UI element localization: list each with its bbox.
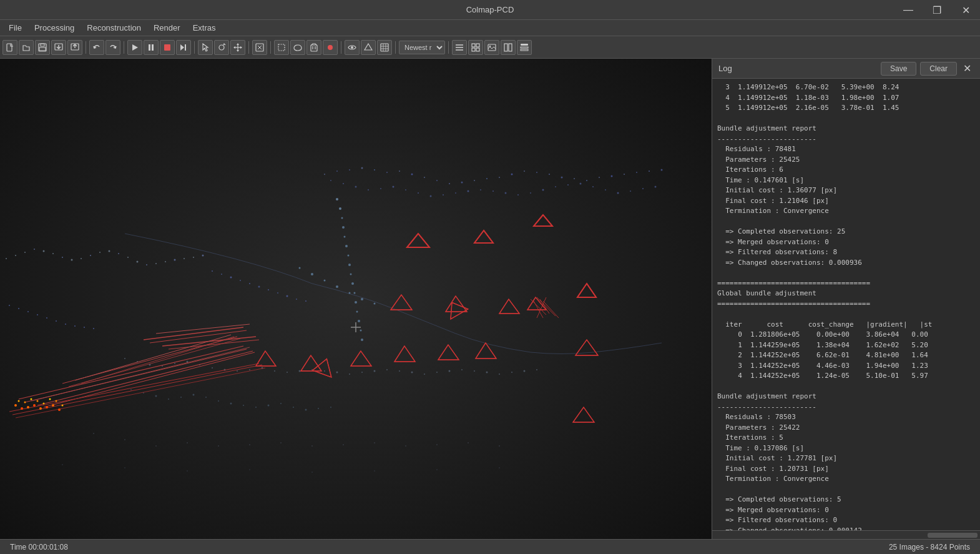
delete-button[interactable]	[306, 40, 321, 55]
scene-svg	[0, 59, 712, 539]
svg-point-199	[341, 217, 343, 219]
svg-point-44	[489, 45, 491, 46]
svg-point-219	[65, 324, 66, 325]
svg-rect-40	[476, 44, 479, 47]
menu-extras[interactable]: Extras	[187, 22, 222, 34]
pan-button[interactable]	[230, 40, 245, 55]
wireframe-button[interactable]	[361, 40, 376, 55]
svg-point-355	[311, 472, 313, 473]
status-bar: Time 00:00:01:08 25 Images - 8424 Points	[0, 539, 980, 554]
svg-point-118	[118, 253, 119, 254]
svg-point-84	[393, 186, 394, 188]
log-clear-button[interactable]: Clear	[920, 62, 957, 76]
open-button[interactable]	[19, 40, 34, 55]
svg-point-165	[449, 370, 451, 372]
svg-point-198	[339, 207, 341, 210]
play-button[interactable]	[127, 40, 142, 55]
svg-point-254	[58, 408, 61, 411]
log-title: Log	[718, 64, 732, 73]
svg-point-69	[549, 174, 550, 175]
menu-reconstruction[interactable]: Reconstruction	[81, 22, 147, 34]
rect-select-button[interactable]	[274, 40, 289, 55]
log-save-button[interactable]: Save	[881, 62, 916, 76]
svg-point-61	[449, 183, 450, 184]
svg-point-357	[436, 469, 438, 470]
list-view-button[interactable]	[452, 40, 467, 55]
menu-file[interactable]: File	[2, 22, 28, 34]
svg-point-349	[468, 442, 469, 443]
svg-point-103	[630, 190, 631, 192]
app-title: Colmap-PCD	[466, 5, 514, 14]
export-button[interactable]	[67, 40, 82, 55]
svg-point-122	[155, 263, 157, 264]
sep-6	[341, 41, 341, 54]
svg-point-176	[168, 398, 169, 400]
view-mode-dropdown[interactable]: Newest r	[399, 41, 445, 54]
svg-point-186	[293, 407, 294, 408]
sep-1	[86, 41, 86, 54]
log-scrollbar[interactable]	[712, 530, 980, 539]
svg-rect-31	[381, 44, 388, 51]
menu-processing[interactable]: Processing	[28, 22, 81, 34]
svg-point-81	[355, 186, 357, 188]
redo-button[interactable]	[105, 40, 120, 55]
image-view-button[interactable]	[484, 40, 499, 55]
svg-marker-18	[237, 50, 239, 52]
svg-point-77	[649, 171, 650, 172]
svg-point-73	[599, 177, 600, 178]
svg-marker-20	[240, 46, 242, 49]
svg-point-343	[280, 442, 282, 443]
svg-point-169	[499, 373, 500, 375]
svg-point-100	[592, 186, 594, 187]
svg-point-182	[243, 405, 244, 406]
svg-point-241	[18, 400, 20, 402]
svg-point-29	[351, 46, 353, 49]
svg-point-184	[268, 405, 270, 407]
svg-point-68	[536, 172, 537, 173]
svg-point-160	[386, 369, 388, 370]
svg-point-350	[499, 445, 500, 447]
svg-point-91	[480, 189, 481, 190]
eye-button[interactable]	[345, 40, 360, 55]
svg-point-210	[358, 320, 360, 322]
svg-point-138	[305, 300, 306, 302]
minimize-button[interactable]: —	[894, 0, 923, 20]
svg-point-117	[109, 250, 110, 252]
rotate-button[interactable]	[214, 40, 229, 55]
dot-button[interactable]	[323, 40, 338, 55]
table-view-button[interactable]	[517, 40, 532, 55]
close-button[interactable]: ✕	[951, 0, 980, 20]
svg-point-71	[574, 178, 575, 179]
svg-point-354	[249, 469, 250, 470]
menu-render[interactable]: Render	[147, 22, 187, 34]
svg-point-149	[249, 369, 250, 370]
restore-button[interactable]: ❐	[923, 0, 951, 20]
log-content[interactable]: 3 1.149912e+05 6.70e-02 5.39e+00 8.24 4 …	[712, 79, 980, 530]
select-button[interactable]	[198, 40, 213, 55]
svg-point-85	[405, 189, 406, 190]
import-button[interactable]	[51, 40, 66, 55]
undo-button[interactable]	[89, 40, 104, 55]
zoom-fit-button[interactable]	[252, 40, 267, 55]
viewport[interactable]	[0, 59, 712, 539]
pause-button[interactable]	[144, 40, 159, 55]
svg-point-63	[474, 180, 475, 181]
svg-marker-17	[237, 43, 239, 45]
grid-view-button[interactable]	[468, 40, 483, 55]
svg-point-196	[374, 303, 376, 305]
svg-rect-49	[521, 49, 528, 51]
skip-button[interactable]	[176, 40, 191, 55]
lasso-button[interactable]	[290, 40, 305, 55]
log-close-button[interactable]: ✕	[961, 62, 974, 74]
svg-point-205	[350, 274, 352, 275]
new-button[interactable]	[2, 40, 17, 55]
svg-point-137	[296, 299, 297, 300]
split-view-button[interactable]	[501, 40, 516, 55]
svg-point-151	[274, 370, 275, 372]
svg-point-70	[561, 177, 563, 179]
texture-button[interactable]	[377, 40, 392, 55]
main-area: Log Save Clear ✕ 3 1.149912e+05 6.70e-02…	[0, 59, 980, 539]
save-toolbar-button[interactable]	[35, 40, 50, 55]
stop-button[interactable]	[160, 40, 175, 55]
svg-point-246	[33, 404, 36, 407]
